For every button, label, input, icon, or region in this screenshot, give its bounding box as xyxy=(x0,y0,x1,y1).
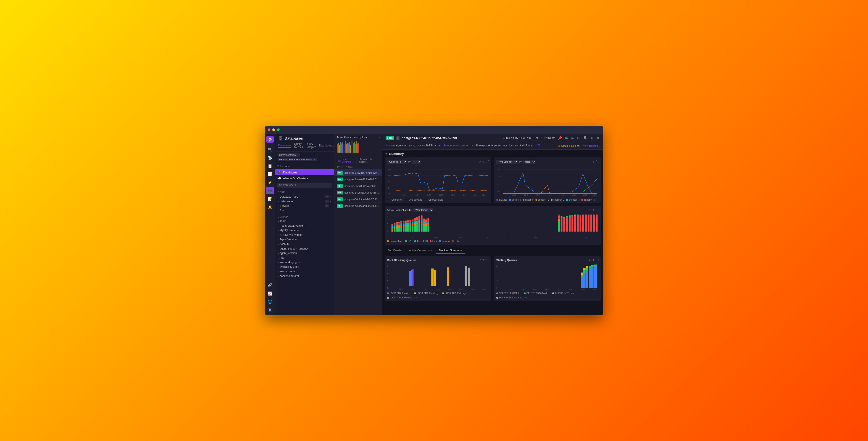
remove-filter-datacenter[interactable]: ✕ xyxy=(330,200,332,203)
nav-search[interactable]: 🔍 xyxy=(266,146,274,153)
export-icon-ac[interactable]: ⬆ xyxy=(592,208,594,212)
star-dropdown[interactable]: * xyxy=(412,160,421,164)
expand-icon-rb[interactable]: ⛶ xyxy=(486,259,489,262)
close-button[interactable]: ✕ xyxy=(596,136,600,140)
expand-icon-wq[interactable]: ⛶ xyxy=(596,259,598,262)
facet-mysql-version[interactable]: ▸ MySQL Version xyxy=(276,228,333,233)
legend-lock-table-dbm: LOCK TABLE dbm_o... xyxy=(442,292,468,295)
col-type: TYPE xyxy=(337,166,346,168)
queries-dropdown[interactable]: Queries / s xyxy=(387,160,407,164)
pin-button[interactable]: 📌 xyxy=(558,136,562,140)
view-databases[interactable]: 🗄️ Databases xyxy=(275,169,334,175)
db-list-item[interactable]: OK postgres-d3faacaf-85968888d... xyxy=(334,203,382,209)
db-list-item[interactable]: OK postgres-63524e5f-5fd4b47ff6... xyxy=(334,170,382,176)
close-button[interactable] xyxy=(268,128,271,131)
facet-backend-cluster[interactable]: ▸ backend-cluster xyxy=(276,274,333,278)
export-icon-wq[interactable]: ⬆ xyxy=(592,259,594,262)
wait-group-dropdown[interactable]: Wait Group xyxy=(413,208,433,212)
svg-rect-77 xyxy=(398,222,400,223)
tab-query-samples[interactable]: Query Samples xyxy=(306,142,316,149)
svg-rect-209 xyxy=(594,266,597,288)
svg-rect-8 xyxy=(346,144,347,153)
minimize-button[interactable] xyxy=(272,128,275,131)
remove-filter-db-type[interactable]: ✕ xyxy=(330,196,332,198)
filter-icon-service[interactable]: ▽ xyxy=(325,205,329,207)
nav-alerts[interactable]: 🔔 xyxy=(266,203,274,211)
nav-network[interactable]: 🌐 xyxy=(266,298,274,305)
search-facets-input[interactable] xyxy=(277,182,332,187)
facet-agent-version-custom[interactable]: ▸ agent_version xyxy=(276,251,333,256)
nav-reports[interactable]: 📈 xyxy=(266,290,274,297)
facet-account[interactable]: ▸ Account xyxy=(276,242,333,246)
nav-dashboards[interactable]: 📊 xyxy=(266,171,274,178)
db-list-item[interactable]: OK postgres-1afee64f-5b67b6c78c... xyxy=(334,176,382,183)
facet-datacenter[interactable]: ▸ Datacenter ▽ ✕ xyxy=(276,199,333,204)
play-button[interactable]: ▶ xyxy=(571,136,575,140)
share-icon-rb[interactable]: ↗ xyxy=(479,259,481,262)
hide-controls-button[interactable]: ◧ Hide Controls xyxy=(337,157,357,164)
facet-team[interactable]: ▸ Team xyxy=(276,219,333,224)
filter-icon-db-type[interactable]: ▽ xyxy=(325,195,329,198)
share-icon-latency[interactable]: ↗ xyxy=(588,160,591,164)
svg-text:11:40: 11:40 xyxy=(524,194,528,196)
tab-blocking-summary[interactable]: Blocking Summary xyxy=(436,247,465,254)
legend-idle: Idle xyxy=(414,240,421,242)
facet-service[interactable]: ▸ Service ▽ ✕ xyxy=(276,204,333,208)
remove-filter-service[interactable]: ✕ xyxy=(313,158,315,161)
facet-agent-version[interactable]: ▸ Agent Version xyxy=(276,237,333,242)
col-name: NAME xyxy=(346,166,353,168)
facet-app[interactable]: ▸ App xyxy=(276,256,333,260)
facet-env[interactable]: ▸ Env xyxy=(276,208,333,213)
facet-database-type[interactable]: ▸ Database Type ▽ ✕ xyxy=(276,195,333,199)
nav-events[interactable]: 📋 xyxy=(266,162,274,170)
user-dropdown[interactable]: user xyxy=(523,160,535,164)
tab-query-metrics[interactable]: Query Metrics xyxy=(294,142,303,149)
view-alwayson[interactable]: ☁️ AlwaysOn Clusters xyxy=(275,175,334,181)
expand-icon[interactable]: ⛶ xyxy=(486,160,489,164)
tab-top-queries[interactable]: Top Queries xyxy=(385,247,406,254)
share-icon-wq[interactable]: ↗ xyxy=(588,259,591,262)
latency-dropdown[interactable]: Avg Latency xyxy=(496,160,518,164)
zoom-out-button[interactable]: 🔍 xyxy=(583,136,588,140)
db-list-item[interactable]: OK postgres-34c79d4d-7db67bffb... xyxy=(334,196,382,203)
facet-sqlserver-version[interactable]: ▸ SQLServer Version xyxy=(276,233,333,237)
facet-postgresql-version[interactable]: ▸ PostgreSQL Version xyxy=(276,224,333,228)
share-icon-ac[interactable]: ↗ xyxy=(588,208,591,212)
facet-availability-zone[interactable]: ▸ availability-zone xyxy=(276,265,333,269)
facet-aws-account[interactable]: ▸ aws_account xyxy=(276,269,333,274)
filter-icon-datacenter[interactable]: ▽ xyxy=(325,200,329,203)
svg-rect-121 xyxy=(418,216,420,220)
tab-databases[interactable]: Databases xyxy=(278,144,291,148)
latency-controls-left: Avg Latency by user xyxy=(496,160,535,164)
setup-issues[interactable]: ⚠ Setup Issues (0) xyxy=(558,144,580,148)
expand-icon-latency[interactable]: ⛶ xyxy=(596,160,598,164)
tab-active-connections[interactable]: Active Connections xyxy=(406,247,436,254)
tab-dashboards[interactable]: Dashboards ▾ xyxy=(319,144,336,148)
collapse-summary[interactable]: ▼ xyxy=(385,152,388,156)
remove-filter-service-facet[interactable]: ✕ xyxy=(330,205,332,207)
nav-logs[interactable]: 📝 xyxy=(266,195,274,202)
nav-databases[interactable]: 🗄️ xyxy=(266,187,274,194)
facet-autoscaling-group[interactable]: ▸ autoscaling_group xyxy=(276,260,333,265)
next-button[interactable]: ⏭ xyxy=(577,136,581,140)
app-logo[interactable]: 🐶 xyxy=(266,136,274,143)
maximize-button[interactable] xyxy=(277,128,280,131)
export-icon-rb[interactable]: ⬆ xyxy=(483,259,485,262)
prev-button[interactable]: ⏮ xyxy=(565,136,569,140)
nav-settings[interactable]: ⚙️ xyxy=(266,306,274,314)
refresh-button[interactable]: ↻ xyxy=(590,136,594,140)
chart-dropdown-icon[interactable]: ▾ xyxy=(379,136,380,139)
export-icon-latency[interactable]: ⬆ xyxy=(592,160,594,164)
extra-tags[interactable]: +21 xyxy=(536,144,540,148)
remove-filter-dbms[interactable]: ✕ xyxy=(297,154,298,156)
view-related-button[interactable]: View Related xyxy=(581,144,600,148)
facet-agent-support-urgency[interactable]: ▸ agent_support_urgency xyxy=(276,246,333,251)
db-list-item[interactable]: OK postgres-35bc3532-7ccb6db44... xyxy=(334,183,382,189)
nav-integrations[interactable]: 🔗 xyxy=(266,282,274,289)
nav-hosts[interactable]: 📡 xyxy=(266,154,274,161)
expand-icon-ac[interactable]: ⛶ xyxy=(596,208,598,212)
share-icon[interactable]: ↗ xyxy=(479,160,481,164)
db-list-item[interactable]: OK postgres-189cff1a-5d89945df7... xyxy=(334,189,382,196)
nav-apm[interactable]: ⚡ xyxy=(266,179,274,186)
export-icon[interactable]: ⬆ xyxy=(483,160,485,164)
